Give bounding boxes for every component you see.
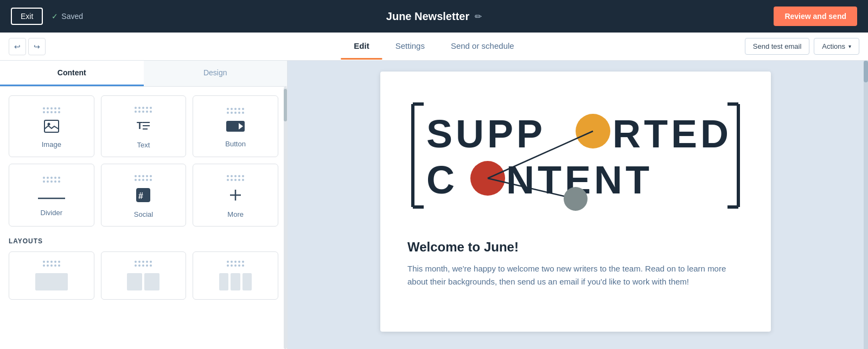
layout-item-3col[interactable]: [193, 251, 278, 300]
content-items-grid: Image T Text: [9, 95, 278, 227]
send-test-button[interactable]: Send test email: [745, 38, 810, 55]
content-item-social[interactable]: # Social: [101, 164, 187, 227]
svg-text:T: T: [137, 120, 143, 131]
layout-preview-2col: [127, 273, 159, 290]
email-preview-area: SUPP RTED C NTENT: [288, 61, 864, 349]
layout-item-1col[interactable]: [9, 251, 94, 300]
panel-scrollbar: [284, 87, 287, 349]
svg-text:SUPP: SUPP: [426, 112, 546, 156]
svg-rect-0: [44, 120, 59, 132]
nav-left: Exit ✓ Saved: [11, 8, 83, 25]
exit-button[interactable]: Exit: [11, 8, 43, 25]
left-panel: Content Design: [0, 61, 288, 349]
nav-center: June Newsletter ✏: [386, 10, 482, 23]
more-label: More: [227, 210, 244, 218]
content-item-more[interactable]: More: [193, 164, 278, 227]
review-send-button[interactable]: Review and send: [774, 7, 857, 26]
toolbar: ↩ ↪ Edit Settings Send or schedule Send …: [0, 33, 868, 61]
right-scrollbar: [864, 61, 868, 349]
actions-button[interactable]: Actions ▾: [814, 38, 859, 55]
tab-edit[interactable]: Edit: [341, 34, 382, 60]
drag-dots: [227, 261, 244, 267]
more-icon: [228, 188, 243, 206]
svg-text:C: C: [426, 158, 458, 202]
nav-right: Review and send: [774, 7, 857, 26]
toolbar-right: Send test email Actions ▾: [745, 38, 859, 55]
drag-dots: [227, 108, 244, 114]
drag-dots: [135, 175, 152, 181]
saved-label: Saved: [61, 12, 83, 21]
svg-text:RTED: RTED: [612, 112, 732, 156]
layout-item-2col[interactable]: [101, 251, 187, 300]
drag-dots: [43, 107, 60, 113]
check-icon: ✓: [52, 12, 58, 21]
text-label: Text: [137, 141, 150, 149]
panel-tab-design[interactable]: Design: [144, 61, 288, 86]
button-label: Button: [225, 140, 246, 148]
brand-logo: SUPP RTED C NTENT: [407, 93, 744, 218]
divider-label: Divider: [41, 209, 62, 217]
right-scroll-thumb[interactable]: [864, 61, 868, 82]
drag-dots: [135, 107, 152, 113]
text-icon: T: [136, 119, 151, 137]
chevron-down-icon: ▾: [848, 43, 851, 49]
panel-scroll-thumb[interactable]: [284, 89, 287, 121]
layout-preview-3col: [219, 273, 252, 290]
content-item-text[interactable]: T Text: [101, 95, 187, 157]
email-header: SUPP RTED C NTENT: [380, 72, 771, 234]
undo-button[interactable]: ↩: [9, 38, 26, 55]
toolbar-tabs: Edit Settings Send or schedule: [341, 34, 527, 60]
drag-dots: [43, 261, 60, 267]
button-icon: [226, 120, 245, 135]
toolbar-left: ↩ ↪: [9, 38, 46, 55]
content-item-divider[interactable]: Divider: [9, 164, 94, 227]
page-title: June Newsletter: [386, 10, 469, 23]
drag-dots: [227, 175, 244, 181]
divider-icon: [38, 189, 65, 204]
svg-point-27: [564, 187, 588, 211]
welcome-heading: Welcome to June!: [407, 240, 744, 255]
drag-dots: [135, 261, 152, 267]
layouts-grid: [9, 251, 278, 300]
panel-tab-content[interactable]: Content: [0, 61, 144, 86]
social-label: Social: [134, 210, 153, 218]
welcome-text: This month, we're happy to welcome two n…: [407, 262, 744, 288]
content-item-image[interactable]: Image: [9, 95, 94, 157]
tab-send-schedule[interactable]: Send or schedule: [438, 34, 527, 60]
redo-button[interactable]: ↪: [28, 38, 46, 55]
image-label: Image: [42, 140, 61, 148]
panel-body: Image T Text: [0, 87, 287, 349]
main-area: Content Design: [0, 61, 868, 349]
email-canvas: SUPP RTED C NTENT: [380, 72, 771, 332]
drag-dots: [43, 177, 60, 183]
layout-preview-1col: [35, 273, 68, 290]
svg-text:#: #: [138, 191, 143, 201]
content-item-button[interactable]: Button: [193, 95, 278, 157]
layouts-section-title: LAYOUTS: [9, 237, 278, 245]
tab-settings[interactable]: Settings: [382, 34, 438, 60]
svg-point-1: [47, 123, 50, 126]
panel-tabs: Content Design: [0, 61, 287, 87]
image-icon: [44, 120, 59, 136]
pencil-icon[interactable]: ✏: [475, 11, 482, 22]
email-body: Welcome to June! This month, we're happy…: [380, 234, 771, 305]
social-icon: #: [136, 188, 151, 206]
saved-indicator: ✓ Saved: [52, 12, 83, 21]
actions-label: Actions: [822, 42, 845, 50]
top-navigation: Exit ✓ Saved June Newsletter ✏ Review an…: [0, 0, 868, 33]
